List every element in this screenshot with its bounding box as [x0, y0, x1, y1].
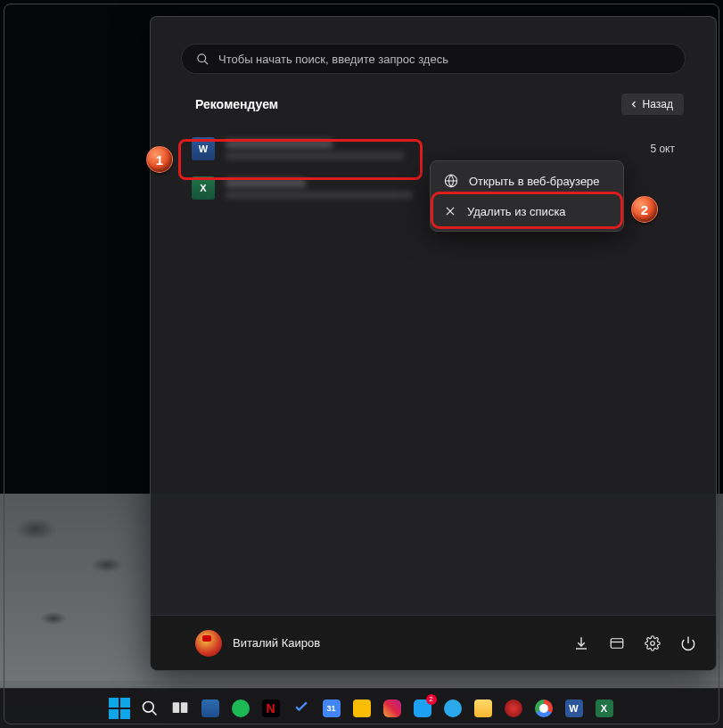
taskbar-keep-icon[interactable]: [349, 696, 374, 721]
ctx-remove[interactable]: Удалить из списка: [435, 196, 619, 226]
settings-icon[interactable]: [645, 635, 661, 651]
svg-line-13: [152, 711, 156, 716]
taskbar-telegram-icon[interactable]: [440, 696, 465, 721]
ctx-open-browser[interactable]: Открыть в веб-браузере: [435, 166, 619, 196]
taskbar-netflix-icon[interactable]: N: [259, 696, 283, 721]
start-button[interactable]: [107, 696, 132, 721]
svg-rect-4: [611, 638, 623, 648]
taskbar-excel-icon[interactable]: X: [592, 696, 617, 721]
taskbar-explorer-icon[interactable]: [471, 696, 496, 721]
recommended-header: Рекомендуем Назад: [151, 74, 716, 124]
context-menu: Открыть в веб-браузере Удалить из списка: [430, 160, 624, 232]
annotation-badge-2: 2: [631, 196, 658, 223]
taskbar-chrome-icon[interactable]: [531, 696, 556, 721]
notification-badge: 2: [426, 694, 437, 705]
chevron-left-icon: [629, 99, 639, 110]
file-name-blurred: [226, 139, 632, 160]
taskbar-todo-icon[interactable]: [289, 696, 314, 721]
svg-point-6: [651, 641, 655, 645]
globe-icon: [444, 174, 458, 188]
recommended-title: Рекомендуем: [195, 97, 278, 111]
ctx-remove-label: Удалить из списка: [467, 205, 566, 218]
user-name-label[interactable]: Виталий Каиров: [233, 636, 573, 650]
start-menu-footer: Виталий Каиров: [151, 615, 716, 670]
taskbar-app-red-icon[interactable]: [501, 696, 526, 721]
svg-point-0: [198, 53, 206, 61]
file-date: 5 окт: [650, 143, 675, 155]
taskbar-twitter-icon[interactable]: 2: [410, 696, 435, 721]
power-icon[interactable]: [680, 635, 696, 651]
back-label: Назад: [643, 98, 673, 110]
svg-rect-15: [180, 702, 187, 713]
search-row: Чтобы начать поиск, введите запрос здесь: [151, 17, 716, 74]
taskbar-calculator-icon[interactable]: [198, 696, 223, 721]
search-icon: [196, 53, 210, 66]
ctx-open-browser-label: Открыть в веб-браузере: [469, 175, 600, 188]
downloads-icon[interactable]: [573, 635, 589, 651]
search-input[interactable]: Чтобы начать поиск, введите запрос здесь: [181, 44, 686, 74]
taskbar-instagram-icon[interactable]: [380, 696, 405, 721]
desktop: Чтобы начать поиск, введите запрос здесь…: [0, 0, 723, 728]
footer-icons: [573, 635, 696, 651]
annotation-badge-1: 1: [146, 146, 173, 173]
taskbar: N 31 2 W X: [0, 688, 723, 728]
search-placeholder: Чтобы начать поиск, введите запрос здесь: [218, 53, 448, 66]
documents-icon[interactable]: [609, 635, 625, 651]
start-menu-panel: Чтобы начать поиск, введите запрос здесь…: [150, 16, 717, 671]
excel-file-icon: X: [192, 176, 215, 200]
task-view-icon[interactable]: [168, 696, 193, 721]
back-button[interactable]: Назад: [621, 94, 684, 115]
svg-rect-14: [172, 702, 179, 713]
svg-point-12: [143, 702, 153, 713]
word-file-icon: W: [192, 137, 215, 160]
taskbar-spotify-icon[interactable]: [228, 696, 253, 721]
svg-line-1: [205, 61, 208, 63]
taskbar-word-icon[interactable]: W: [562, 696, 587, 721]
taskbar-search-icon[interactable]: [137, 696, 162, 721]
close-icon: [444, 205, 456, 217]
taskbar-calendar-icon[interactable]: 31: [319, 696, 344, 721]
user-avatar[interactable]: [195, 630, 222, 657]
